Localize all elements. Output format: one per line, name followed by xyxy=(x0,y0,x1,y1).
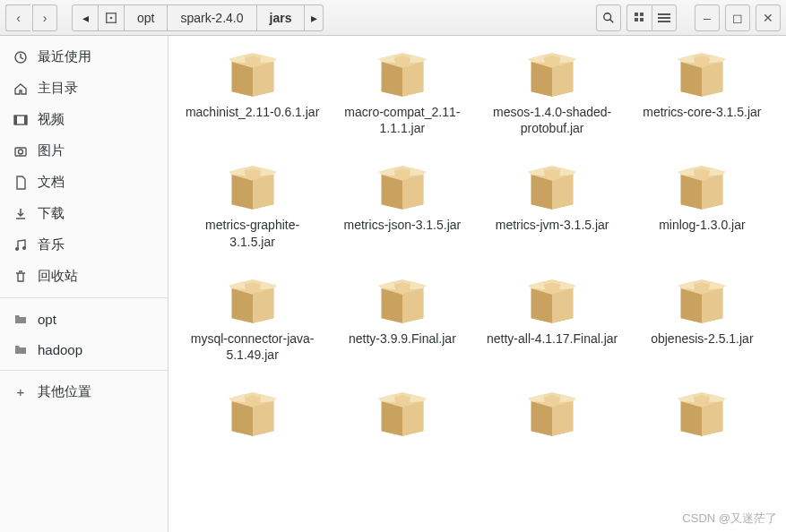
sidebar-separator xyxy=(0,370,168,371)
path-segment-1[interactable]: spark-2.4.0 xyxy=(167,4,256,31)
svg-rect-6 xyxy=(635,18,638,21)
package-icon xyxy=(666,39,738,102)
sidebar-bookmark-0[interactable]: opt xyxy=(0,304,168,334)
toolbar: ‹ › ◂ opt spark-2.4.0 jars ▸ – ◻ ✕ xyxy=(0,0,786,36)
sidebar-item-label: 视频 xyxy=(38,111,65,128)
svg-rect-7 xyxy=(640,18,643,21)
sidebar-item-label: 回收站 xyxy=(38,268,78,285)
package-icon xyxy=(666,152,738,215)
path-bar: ◂ opt spark-2.4.0 jars ▸ xyxy=(72,4,324,31)
path-more-button[interactable]: ▸ xyxy=(304,4,324,31)
file-item[interactable]: metrics-core-3.1.5.jar xyxy=(627,36,777,140)
file-name-label: macro-compat_2.11-1.1.1.jar xyxy=(335,104,470,136)
file-name-label: mesos-1.4.0-shaded-protobuf.jar xyxy=(485,104,619,136)
file-name-label: metrics-json-3.1.5.jar xyxy=(344,217,462,233)
file-name-label: netty-all-4.1.17.Final.jar xyxy=(487,330,618,347)
sidebar-place-3[interactable]: 图片 xyxy=(0,135,168,167)
trash-icon xyxy=(13,269,29,285)
file-item[interactable]: metrics-json-3.1.5.jar xyxy=(327,149,477,253)
file-name-label: metrics-graphite-3.1.5.jar xyxy=(186,217,320,249)
clock-icon xyxy=(13,49,29,65)
svg-rect-5 xyxy=(640,13,643,16)
sidebar-item-label: 图片 xyxy=(38,142,65,159)
file-item[interactable]: minlog-1.3.0.jar xyxy=(627,149,777,253)
sidebar-item-label: 其他位置 xyxy=(38,383,91,400)
file-item[interactable]: mesos-1.4.0-shaded-protobuf.jar xyxy=(478,36,627,140)
svg-point-17 xyxy=(15,247,19,251)
file-item[interactable]: machinist_2.11-0.6.1.jar xyxy=(177,36,327,140)
file-item[interactable]: netty-3.9.9.Final.jar xyxy=(327,262,477,366)
path-segment-0[interactable]: opt xyxy=(124,4,168,31)
path-root-button[interactable]: ◂ xyxy=(72,4,99,31)
file-item[interactable] xyxy=(478,375,627,447)
minimize-button[interactable]: – xyxy=(695,4,720,31)
file-name-label: objenesis-2.5.1.jar xyxy=(651,330,753,347)
file-item[interactable] xyxy=(627,375,777,447)
file-name-label: machinist_2.11-0.6.1.jar xyxy=(186,104,319,120)
toolbar-right: – ◻ ✕ xyxy=(596,4,781,31)
sidebar-place-1[interactable]: 主目录 xyxy=(0,73,168,104)
sidebar-item-label: opt xyxy=(38,312,56,327)
nav-forward-button[interactable]: › xyxy=(32,4,57,31)
package-icon xyxy=(217,39,289,102)
package-icon xyxy=(516,39,588,102)
close-button[interactable]: ✕ xyxy=(756,4,781,31)
sidebar-bookmark-1[interactable]: hadoop xyxy=(0,334,168,365)
search-button[interactable] xyxy=(596,4,621,31)
file-item[interactable]: mysql-connector-java-5.1.49.jar xyxy=(177,262,327,366)
package-icon xyxy=(666,379,738,442)
package-icon xyxy=(516,379,588,442)
file-item[interactable]: metrics-graphite-3.1.5.jar xyxy=(177,149,327,253)
file-content-area: machinist_2.11-0.6.1.jarmacro-compat_2.1… xyxy=(168,36,786,532)
svg-point-2 xyxy=(604,13,611,20)
nav-back-button[interactable]: ‹ xyxy=(5,4,30,31)
doc-icon xyxy=(13,175,29,191)
package-icon xyxy=(217,379,289,442)
file-grid: machinist_2.11-0.6.1.jarmacro-compat_2.1… xyxy=(177,36,777,447)
main-area: 最近使用主目录视频图片文档下载音乐回收站 opthadoop + 其他位置 ma… xyxy=(0,36,786,532)
sidebar-other-locations[interactable]: + 其他位置 xyxy=(0,376,168,408)
path-segment-2[interactable]: jars xyxy=(256,4,306,31)
video-icon xyxy=(13,112,29,128)
photo-icon xyxy=(13,143,29,159)
package-icon xyxy=(217,266,289,329)
file-name-label: metrics-core-3.1.5.jar xyxy=(643,104,761,120)
file-item[interactable]: netty-all-4.1.17.Final.jar xyxy=(478,262,627,366)
sidebar-place-6[interactable]: 音乐 xyxy=(0,229,168,261)
view-menu-button[interactable] xyxy=(652,4,677,31)
file-name-label: metrics-jvm-3.1.5.jar xyxy=(496,217,609,233)
file-item[interactable] xyxy=(177,375,327,447)
home-icon xyxy=(13,81,29,97)
sidebar-item-label: 音乐 xyxy=(38,236,65,253)
sidebar-item-label: 下载 xyxy=(38,205,65,222)
sidebar-item-label: hadoop xyxy=(38,342,82,357)
package-icon xyxy=(367,379,438,442)
sidebar-place-2[interactable]: 视频 xyxy=(0,104,168,135)
file-item[interactable] xyxy=(327,375,477,447)
sidebar-place-0[interactable]: 最近使用 xyxy=(0,41,168,73)
svg-rect-13 xyxy=(14,116,17,124)
file-item[interactable]: macro-compat_2.11-1.1.1.jar xyxy=(327,36,477,140)
path-drive-icon[interactable] xyxy=(98,4,125,31)
file-name-label: netty-3.9.9.Final.jar xyxy=(349,330,456,347)
file-item[interactable]: metrics-jvm-3.1.5.jar xyxy=(478,149,627,253)
sidebar-item-label: 最近使用 xyxy=(38,48,91,65)
sidebar-item-label: 文档 xyxy=(38,174,65,191)
maximize-button[interactable]: ◻ xyxy=(725,4,750,31)
sidebar-place-4[interactable]: 文档 xyxy=(0,167,168,198)
sidebar-place-5[interactable]: 下载 xyxy=(0,198,168,229)
folder-icon xyxy=(13,341,29,357)
sidebar-item-label: 主目录 xyxy=(38,80,78,97)
view-icons-button[interactable] xyxy=(626,4,652,31)
svg-point-16 xyxy=(19,150,23,154)
svg-line-3 xyxy=(610,19,614,22)
package-icon xyxy=(666,266,738,329)
package-icon xyxy=(367,39,438,102)
package-icon xyxy=(367,152,438,215)
file-item[interactable]: objenesis-2.5.1.jar xyxy=(627,262,777,366)
file-name-label: mysql-connector-java-5.1.49.jar xyxy=(186,330,320,363)
svg-point-1 xyxy=(110,16,113,19)
download-icon xyxy=(13,206,29,222)
svg-point-18 xyxy=(22,246,26,250)
sidebar-place-7[interactable]: 回收站 xyxy=(0,261,168,292)
